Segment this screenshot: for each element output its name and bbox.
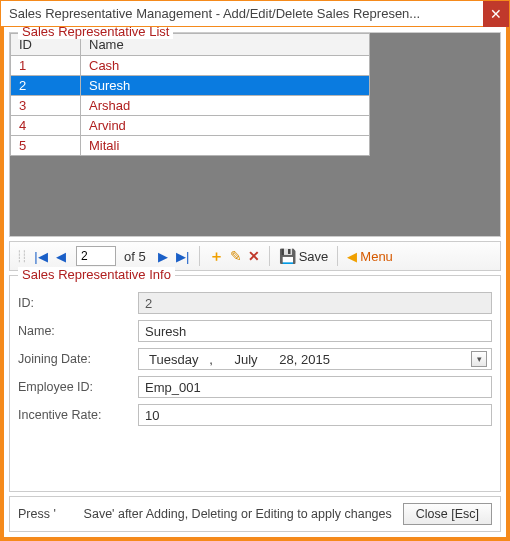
floppy-icon: 💾 <box>279 248 296 264</box>
delete-icon: ✕ <box>248 248 260 264</box>
label-emp: Employee ID: <box>18 380 138 394</box>
employee-id-field[interactable] <box>138 376 492 398</box>
titlebar: Sales Representative Management - Add/Ed… <box>1 1 509 27</box>
cell-id: 1 <box>11 56 81 76</box>
add-button[interactable]: ＋ <box>207 247 226 266</box>
label-incentive: Incentive Rate: <box>18 408 138 422</box>
nav-first-icon[interactable]: |◀ <box>32 249 50 264</box>
edit-button[interactable]: ✎ <box>228 248 244 264</box>
label-name: Name: <box>18 324 138 338</box>
list-group-title: Sales Representative List <box>18 27 173 39</box>
nav-of-label: of 5 <box>124 249 146 264</box>
grid-container: ID Name 1Cash2Suresh3Arshad4Arvind5Mital… <box>10 33 500 236</box>
app-window: Sales Representative Management - Add/Ed… <box>0 0 510 541</box>
table-row[interactable]: 2Suresh <box>11 76 370 96</box>
label-joining: Joining Date: <box>18 352 138 366</box>
client-area: Sales Representative List ID Name 1Cash2… <box>1 27 509 540</box>
calendar-dropdown-icon[interactable]: ▾ <box>471 351 487 367</box>
close-button[interactable]: Close [Esc] <box>403 503 492 525</box>
table-row[interactable]: 4Arvind <box>11 116 370 136</box>
separator <box>337 246 338 266</box>
cell-id: 4 <box>11 116 81 136</box>
info-group-title: Sales Representative Info <box>18 267 175 282</box>
table-row[interactable]: 5Mitali <box>11 136 370 156</box>
save-label: Save <box>299 249 329 264</box>
nav-position-input[interactable] <box>76 246 116 266</box>
cell-id: 3 <box>11 96 81 116</box>
cell-id: 5 <box>11 136 81 156</box>
plus-icon: ＋ <box>209 247 224 266</box>
toolbar-grip: ┊┊ <box>16 250 26 263</box>
table-row[interactable]: 1Cash <box>11 56 370 76</box>
joining-date-value: Tuesday , July 28, 2015 <box>149 352 330 367</box>
menu-button[interactable]: ◀ Menu <box>345 249 395 264</box>
pencil-icon: ✎ <box>230 248 242 264</box>
label-id: ID: <box>18 296 138 310</box>
list-groupbox: Sales Representative List ID Name 1Cash2… <box>9 32 501 237</box>
arrow-left-icon: ◀ <box>347 249 357 264</box>
separator <box>269 246 270 266</box>
sales-rep-grid[interactable]: ID Name 1Cash2Suresh3Arshad4Arvind5Mital… <box>10 33 370 156</box>
nav-last-icon[interactable]: ▶| <box>174 249 192 264</box>
nav-prev-icon[interactable]: ◀ <box>52 249 70 264</box>
cell-name: Arshad <box>81 96 370 116</box>
nav-next-icon[interactable]: ▶ <box>154 249 172 264</box>
save-button[interactable]: 💾 Save <box>277 248 331 264</box>
delete-button[interactable]: ✕ <box>246 248 262 264</box>
separator <box>199 246 200 266</box>
cell-id: 2 <box>11 76 81 96</box>
incentive-rate-field[interactable] <box>138 404 492 426</box>
joining-date-field[interactable]: Tuesday , July 28, 2015 ▾ <box>138 348 492 370</box>
info-groupbox: Sales Representative Info ID: Name: Join… <box>9 275 501 492</box>
close-icon[interactable]: ✕ <box>483 1 509 27</box>
name-field[interactable] <box>138 320 492 342</box>
menu-label: Menu <box>360 249 393 264</box>
window-title: Sales Representative Management - Add/Ed… <box>9 6 483 21</box>
cell-name: Arvind <box>81 116 370 136</box>
cell-name: Cash <box>81 56 370 76</box>
id-field <box>138 292 492 314</box>
footer-bar: Press ' Save' after Adding, Deleting or … <box>9 496 501 532</box>
cell-name: Suresh <box>81 76 370 96</box>
cell-name: Mitali <box>81 136 370 156</box>
table-row[interactable]: 3Arshad <box>11 96 370 116</box>
footer-hint: Press ' Save' after Adding, Deleting or … <box>18 507 392 521</box>
